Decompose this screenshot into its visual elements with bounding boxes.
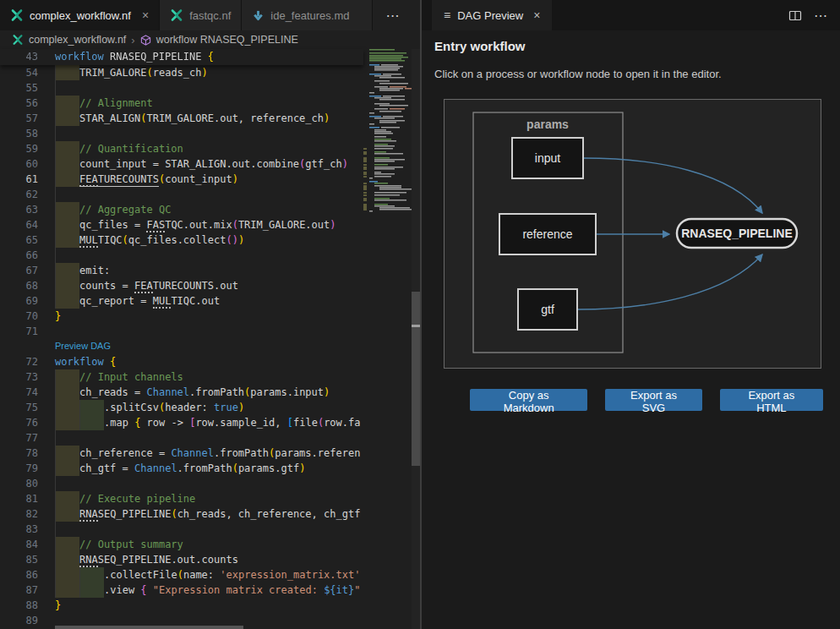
minimap[interactable]: [363, 49, 412, 303]
line-number: 76: [0, 415, 55, 430]
line-number: 72: [0, 354, 55, 369]
code-line-87[interactable]: .view { "Expression matrix created: ${it…: [55, 583, 360, 598]
code-line-81[interactable]: // Execute pipeline: [55, 491, 195, 506]
code-line-79[interactable]: ch_gtf = Channel.fromPath(params.gtf): [55, 461, 305, 476]
code-line-54[interactable]: TRIM_GALORE(reads_ch): [55, 65, 208, 80]
code-line-66[interactable]: [55, 248, 79, 263]
nextflow-icon: [12, 34, 24, 46]
node-rnaseq-pipeline[interactable]: RNASEQ_PIPELINE: [677, 219, 797, 248]
line-number: 89: [0, 613, 55, 628]
line-number: 87: [0, 583, 55, 598]
tab-label: ide_features.md: [270, 9, 349, 22]
line-number: 68: [0, 278, 55, 293]
code-line-80[interactable]: [55, 476, 79, 491]
node-input-label: input: [535, 151, 560, 165]
code-line-68[interactable]: counts = FEATURECOUNTS.out: [55, 278, 238, 293]
line-number: 62: [0, 187, 55, 202]
line-number: 73: [0, 369, 55, 385]
tab-complex-workflow[interactable]: complex_workflow.nf ×: [0, 0, 160, 30]
line-number: 84: [0, 537, 55, 552]
more-actions-icon[interactable]: ⋯: [814, 8, 828, 24]
tab-ide-features[interactable]: ide_features.md: [242, 0, 372, 30]
close-icon[interactable]: ×: [142, 8, 149, 22]
code-lines[interactable]: 54TRIM_GALORE(reads_ch)5556// Alignment5…: [0, 65, 363, 629]
overview-ruler-mark: [412, 325, 420, 327]
code-line-67[interactable]: emit:: [55, 263, 110, 278]
tab-fastqc[interactable]: fastqc.nf: [160, 0, 242, 30]
code-line-82[interactable]: RNASEQ_PIPELINE(ch_reads, ch_reference, …: [55, 506, 360, 522]
nextflow-icon: [10, 8, 24, 22]
code-line-86[interactable]: .collectFile(name: 'expression_matrix.tx…: [55, 567, 360, 583]
code-line-55[interactable]: [55, 80, 79, 96]
code-line-64[interactable]: qc_files = FASTQC.out.mix(TRIM_GALORE.ou…: [55, 217, 336, 232]
preview-list-icon: ≡: [444, 8, 450, 22]
code-line-74[interactable]: ch_reads = Channel.fromPath(params.input…: [55, 385, 330, 400]
more-tabs-icon[interactable]: ⋯: [374, 0, 412, 30]
breadcrumb: complex_workflow.nf › workflow RNASEQ_PI…: [0, 30, 420, 49]
tab-label: fastqc.nf: [189, 9, 231, 22]
line-number: 85: [0, 552, 55, 567]
line-number: 77: [0, 430, 55, 446]
line-number: 54: [0, 65, 55, 80]
node-gtf-label: gtf: [541, 303, 554, 316]
codelens-preview-dag[interactable]: Preview DAG: [55, 341, 111, 351]
line-number: 67: [0, 263, 55, 278]
line-number: 74: [0, 385, 55, 400]
code-line-72[interactable]: workflow {: [55, 354, 116, 369]
code-line-65[interactable]: MULTIQC(qc_files.collect()): [55, 232, 244, 248]
line-number: 75: [0, 400, 55, 415]
horizontal-scrollbar-thumb[interactable]: [55, 626, 243, 629]
breadcrumb-symbol[interactable]: workflow RNASEQ_PIPELINE: [156, 34, 298, 46]
line-number: 63: [0, 202, 55, 217]
vertical-scrollbar-thumb[interactable]: [412, 292, 420, 466]
split-editor-icon[interactable]: [788, 9, 802, 22]
code-line-77[interactable]: [55, 430, 79, 446]
code-line-56[interactable]: // Alignment: [55, 96, 153, 111]
export-as-html-button[interactable]: Export as HTML: [720, 389, 823, 411]
copy-as-markdown-button[interactable]: Copy as Markdown: [470, 389, 587, 411]
edge-input-to-pipeline: [583, 158, 762, 213]
code-line-76[interactable]: .map { row -> [row.sample_id, [file(row.…: [55, 415, 361, 430]
node-rnaseq-pipeline-label: RNASEQ_PIPELINE: [681, 227, 792, 240]
line-number: 66: [0, 248, 55, 263]
line-number: 83: [0, 522, 55, 537]
sticky-scroll-line[interactable]: 43workflow RNASEQ_PIPELINE {: [0, 49, 363, 65]
code-line-84[interactable]: // Output summary: [55, 537, 183, 552]
code-line-83[interactable]: [55, 522, 79, 537]
code-line-73[interactable]: // Input channels: [55, 369, 183, 385]
node-gtf[interactable]: gtf: [518, 289, 577, 330]
code-line-69[interactable]: qc_report = MULTIQC.out: [55, 293, 220, 309]
line-number: 80: [0, 476, 55, 491]
code-line-78[interactable]: ch_reference = Channel.fromPath(params.r…: [55, 446, 360, 461]
line-number: 56: [0, 96, 55, 111]
tab-dag-preview[interactable]: ≡ DAG Preview ×: [432, 0, 552, 30]
code-line-57[interactable]: STAR_ALIGN(TRIM_GALORE.out, reference_ch…: [55, 111, 330, 126]
code-line-61[interactable]: FEATURECOUNTS(count_input): [55, 172, 238, 187]
code-line-85[interactable]: RNASEQ_PIPELINE.out.counts: [55, 552, 238, 567]
node-reference[interactable]: reference: [499, 214, 596, 254]
code-line-70[interactable]: }: [55, 309, 61, 324]
code-line-75[interactable]: .splitCsv(header: true): [55, 400, 244, 415]
code-line-88[interactable]: }: [55, 598, 61, 613]
line-number: 64: [0, 217, 55, 232]
line-number: 70: [0, 309, 55, 324]
dag-preview-panel: ≡ DAG Preview × ⋯ Entry workflow Click o…: [420, 0, 840, 629]
dag-diagram: params input reference: [444, 99, 821, 369]
export-as-svg-button[interactable]: Export as SVG: [605, 389, 701, 411]
line-number: 88: [0, 598, 55, 613]
panel-heading: Entry workflow: [434, 39, 823, 53]
node-input[interactable]: input: [512, 138, 583, 178]
code-editor[interactable]: 43workflow RNASEQ_PIPELINE { 54TRIM_GALO…: [0, 49, 420, 629]
export-buttons: Copy as Markdown Export as SVG Export as…: [470, 389, 823, 411]
code-line-63[interactable]: // Aggregate QC: [55, 202, 171, 217]
code-line-59[interactable]: // Quantification: [55, 141, 183, 156]
vertical-scrollbar[interactable]: [412, 49, 420, 629]
line-number: 78: [0, 446, 55, 461]
code-line-62[interactable]: [55, 187, 79, 202]
code-line-60[interactable]: count_input = STAR_ALIGN.out.combine(gtf…: [55, 156, 348, 172]
close-icon[interactable]: ×: [533, 8, 540, 22]
code-line-43[interactable]: workflow RNASEQ_PIPELINE {: [55, 49, 214, 64]
line-number: 86: [0, 567, 55, 583]
breadcrumb-file[interactable]: complex_workflow.nf: [29, 34, 126, 46]
code-line-58[interactable]: [55, 126, 79, 141]
